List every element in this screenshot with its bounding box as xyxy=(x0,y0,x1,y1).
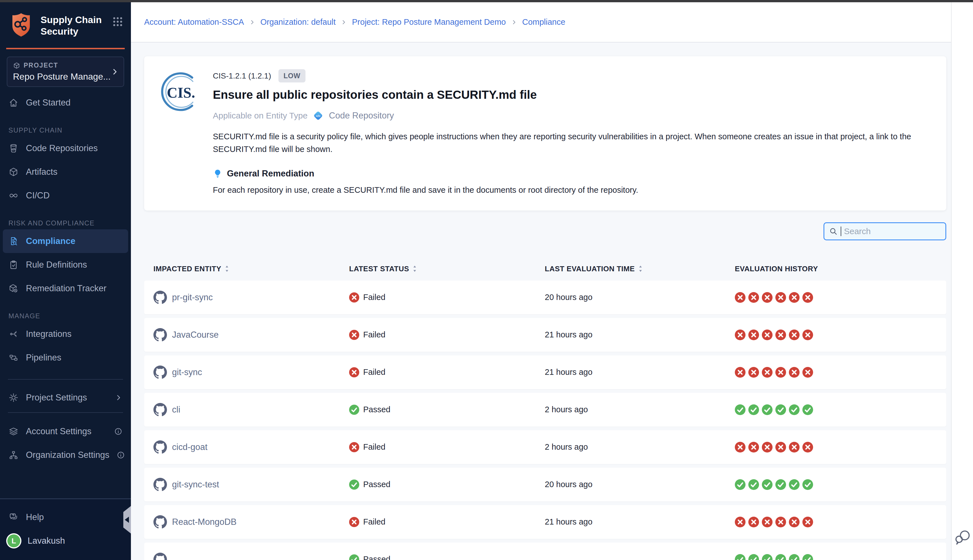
sidebar-item-label: Integrations xyxy=(26,329,72,339)
history-fail-icon xyxy=(803,517,813,527)
breadcrumb-account[interactable]: Account: Automation-SSCA xyxy=(144,17,244,27)
status-icon xyxy=(349,480,359,490)
sidebar-item-project-settings[interactable]: Project Settings xyxy=(0,386,131,410)
history-fail-icon xyxy=(762,292,773,303)
history-pass-icon xyxy=(748,479,759,490)
history-fail-icon xyxy=(762,367,773,378)
remediation-title: General Remediation xyxy=(227,168,314,179)
window-top-strip xyxy=(0,0,973,2)
results-table: pr-git-sync Failed 20 hours ago JavaCour… xyxy=(144,280,946,560)
evaluation-history xyxy=(735,517,946,527)
entity-name-link[interactable]: React-MongoDB xyxy=(172,517,237,527)
sidebar-item-help[interactable]: Help xyxy=(0,505,131,529)
history-fail-icon xyxy=(789,442,799,453)
sidebar-item-artifacts[interactable]: Artifacts xyxy=(0,160,131,184)
history-pass-icon xyxy=(735,404,746,415)
rule-description: SECURITY.md file is a security policy fi… xyxy=(213,130,933,156)
table-row[interactable]: pr-git-sync Failed 20 hours ago xyxy=(144,280,946,314)
feedback-chat-icon[interactable] xyxy=(954,528,971,548)
chevron-right-icon xyxy=(340,19,347,25)
entity-name-link[interactable]: cli xyxy=(172,405,180,415)
help-chat-icon xyxy=(8,512,18,522)
info-icon xyxy=(117,451,125,459)
entity-name-link[interactable]: pr-git-sync xyxy=(172,292,213,303)
last-evaluation-time: 21 hours ago xyxy=(545,330,735,339)
sidebar-item-label: Pipelines xyxy=(26,353,62,363)
sidebar-item-organization-settings[interactable]: Organization Settings xyxy=(0,443,131,467)
table-row[interactable]: React-MongoDB Failed 21 hours ago xyxy=(144,505,946,539)
sidebar-item-cicd[interactable]: CI/CD xyxy=(0,184,131,207)
brand-shield-icon xyxy=(8,12,34,39)
breadcrumb-organization[interactable]: Organization: default xyxy=(260,17,336,27)
scrollbar-gutter xyxy=(951,2,973,560)
sidebar-item-get-started[interactable]: Get Started xyxy=(0,91,131,115)
sidebar-item-account-settings[interactable]: Account Settings xyxy=(0,420,131,443)
entity-name-link[interactable]: cicd-goat xyxy=(172,442,207,452)
sidebar-item-compliance[interactable]: Compliance xyxy=(3,229,128,253)
evaluation-history xyxy=(735,404,946,415)
sidebar-item-label: Remediation Tracker xyxy=(26,283,107,293)
history-pass-icon xyxy=(789,479,799,490)
table-row[interactable]: JavaCourse Failed 21 hours ago xyxy=(144,318,946,352)
project-selector[interactable]: PROJECT Repo Posture Manage... xyxy=(7,57,124,87)
history-fail-icon xyxy=(748,367,759,378)
app-grid-icon[interactable] xyxy=(112,16,124,28)
user-name: Lavakush xyxy=(28,536,65,546)
status-icon xyxy=(349,554,359,560)
cube-icon xyxy=(13,62,20,69)
status-icon xyxy=(349,367,359,377)
sort-icon xyxy=(638,265,643,273)
status-label: Failed xyxy=(363,330,386,339)
table-row[interactable]: cicd-goat Failed 2 hours ago xyxy=(144,430,946,464)
github-icon xyxy=(154,328,167,342)
sidebar-user[interactable]: L Lavakush xyxy=(0,529,131,553)
sidebar-item-label: Get Started xyxy=(26,98,71,108)
table-row[interactable]: Passed xyxy=(144,543,946,560)
breadcrumb-compliance[interactable]: Compliance xyxy=(522,17,565,27)
history-fail-icon xyxy=(789,292,799,303)
history-fail-icon xyxy=(735,330,746,340)
column-header-last-evaluation-time[interactable]: LAST EVALUATION TIME xyxy=(545,265,735,273)
column-label: IMPACTED ENTITY xyxy=(154,265,221,273)
history-fail-icon xyxy=(803,442,813,453)
search-input[interactable] xyxy=(844,227,941,236)
history-fail-icon xyxy=(748,330,759,340)
table-row[interactable]: git-sync-test Passed 20 hours ago xyxy=(144,468,946,502)
sidebar-item-rule-definitions[interactable]: Rule Definitions xyxy=(0,253,131,277)
sidebar-item-label: Rule Definitions xyxy=(26,260,87,270)
sidebar-item-integrations[interactable]: Integrations xyxy=(0,322,131,346)
entity-name-link[interactable]: JavaCourse xyxy=(172,330,219,340)
history-fail-icon xyxy=(775,330,786,340)
table-row[interactable]: git-sync Failed 21 hours ago xyxy=(144,355,946,389)
content: CIS. CIS-1.2.1 (1.2.1) LOW Ensure all pu… xyxy=(131,42,951,560)
history-pass-icon xyxy=(775,479,786,490)
sidebar-item-pipelines[interactable]: Pipelines xyxy=(0,346,131,370)
table-row[interactable]: cli Passed 2 hours ago xyxy=(144,393,946,427)
history-fail-icon xyxy=(735,292,746,303)
history-fail-icon xyxy=(803,292,813,303)
chevron-right-icon xyxy=(111,68,119,76)
history-fail-icon xyxy=(762,330,773,340)
github-icon xyxy=(154,365,167,379)
status-label: Failed xyxy=(363,293,386,302)
evaluation-history xyxy=(735,330,946,340)
section-label-risk-compliance: RISK AND COMPLIANCE xyxy=(0,219,131,227)
home-icon xyxy=(8,98,18,108)
column-header-latest-status[interactable]: LATEST STATUS xyxy=(349,265,545,273)
main-area: Account: Automation-SSCA Organization: d… xyxy=(131,2,951,560)
sidebar-item-code-repositories[interactable]: Code Repositories xyxy=(0,137,131,160)
history-pass-icon xyxy=(735,479,746,490)
status-label: Passed xyxy=(363,480,391,489)
entity-name-link[interactable]: git-sync-test xyxy=(172,480,219,490)
github-icon xyxy=(154,403,167,417)
column-header-impacted-entity[interactable]: IMPACTED ENTITY xyxy=(154,265,349,273)
artifact-box-icon xyxy=(8,167,18,177)
history-fail-icon xyxy=(735,442,746,453)
sidebar-divider xyxy=(8,412,123,413)
sidebar-item-remediation-tracker[interactable]: Remediation Tracker xyxy=(0,277,131,300)
entity-name-link[interactable]: git-sync xyxy=(172,367,202,377)
breadcrumb-project[interactable]: Project: Repo Posture Management Demo xyxy=(352,17,506,27)
box-wrench-icon xyxy=(8,283,18,293)
app-root: Supply Chain Security PROJECT xyxy=(0,2,973,560)
sort-icon xyxy=(224,265,230,273)
